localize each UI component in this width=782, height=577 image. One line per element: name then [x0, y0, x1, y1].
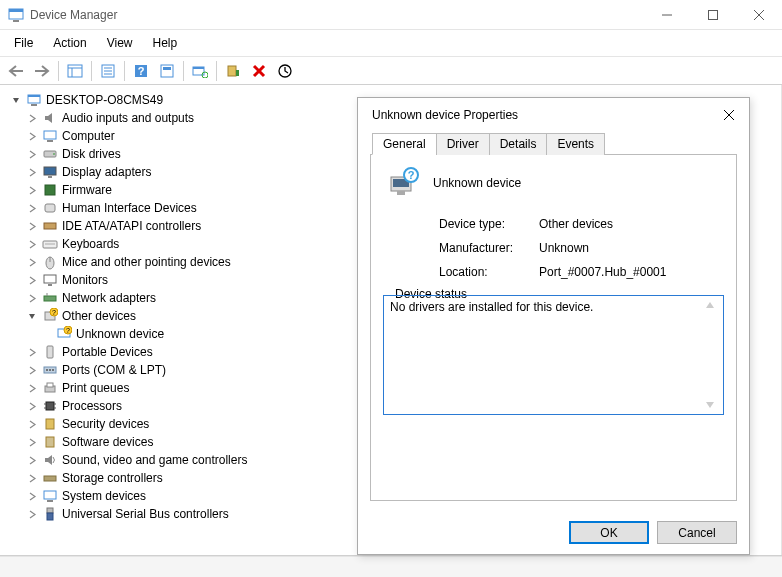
tree-category-label: Monitors [62, 273, 108, 287]
chevron-right-icon[interactable] [26, 292, 38, 304]
status-scrollbar[interactable] [704, 300, 720, 410]
chevron-right-icon[interactable] [26, 274, 38, 286]
location-label: Location: [439, 265, 539, 279]
svg-rect-75 [397, 191, 405, 195]
category-icon: ? [42, 308, 58, 324]
scroll-up-icon [704, 300, 716, 310]
svg-rect-28 [31, 104, 37, 106]
chevron-right-icon[interactable] [26, 256, 38, 268]
category-icon [42, 236, 58, 252]
chevron-down-icon[interactable] [26, 310, 38, 322]
disable-button[interactable] [273, 60, 297, 82]
chevron-right-icon[interactable] [26, 418, 38, 430]
unknown-device-icon: ? [56, 326, 72, 342]
device-name: Unknown device [433, 176, 521, 190]
svg-rect-16 [161, 65, 173, 77]
tree-category-label: Processors [62, 399, 122, 413]
chevron-right-icon[interactable] [26, 436, 38, 448]
menu-action[interactable]: Action [45, 34, 94, 52]
forward-button[interactable] [30, 60, 54, 82]
tree-category-label: Print queues [62, 381, 129, 395]
app-icon [8, 7, 24, 23]
tree-category-label: Keyboards [62, 237, 119, 251]
ok-button[interactable]: OK [569, 521, 649, 544]
chevron-right-icon[interactable] [26, 148, 38, 160]
device-status-box[interactable]: No drivers are installed for this device… [383, 295, 724, 415]
dialog-close-button[interactable] [719, 105, 739, 125]
properties-dialog: Unknown device Properties General Driver… [357, 97, 750, 555]
chevron-right-icon[interactable] [26, 184, 38, 196]
tree-category-label: Human Interface Devices [62, 201, 197, 215]
tree-category-label: Storage controllers [62, 471, 163, 485]
tab-driver[interactable]: Driver [436, 133, 490, 155]
location-value: Port_#0007.Hub_#0001 [539, 265, 666, 279]
chevron-right-icon[interactable] [26, 454, 38, 466]
tree-root-label: DESKTOP-O8CMS49 [46, 93, 163, 107]
svg-rect-1 [9, 9, 23, 12]
svg-rect-36 [45, 204, 55, 212]
category-icon [42, 110, 58, 126]
svg-rect-30 [47, 140, 53, 142]
tab-general[interactable]: General [372, 133, 437, 155]
svg-rect-64 [46, 419, 54, 429]
tab-details[interactable]: Details [489, 133, 548, 155]
chevron-down-icon[interactable] [10, 94, 22, 106]
menu-view[interactable]: View [99, 34, 141, 52]
help-button[interactable]: ? [129, 60, 153, 82]
uninstall-button[interactable] [247, 60, 271, 82]
menu-help[interactable]: Help [145, 34, 186, 52]
chevron-right-icon[interactable] [26, 166, 38, 178]
tab-panel-general: ? Unknown device Device type: Other devi… [370, 155, 737, 501]
device-type-value: Other devices [539, 217, 613, 231]
category-icon [42, 380, 58, 396]
chevron-right-icon[interactable] [26, 220, 38, 232]
chevron-right-icon[interactable] [26, 130, 38, 142]
category-icon [42, 218, 58, 234]
chevron-right-icon[interactable] [26, 508, 38, 520]
category-icon [42, 344, 58, 360]
chevron-right-icon[interactable] [26, 382, 38, 394]
minimize-button[interactable] [644, 0, 690, 30]
scan-hardware-button[interactable] [188, 60, 212, 82]
tab-events[interactable]: Events [546, 133, 605, 155]
update-driver-button[interactable] [221, 60, 245, 82]
window-title: Device Manager [30, 8, 117, 22]
action1-button[interactable] [155, 60, 179, 82]
menu-file[interactable]: File [6, 34, 41, 52]
svg-rect-2 [13, 20, 19, 22]
svg-rect-43 [48, 284, 52, 286]
svg-rect-17 [163, 67, 171, 70]
tree-category-label: Network adapters [62, 291, 156, 305]
back-button[interactable] [4, 60, 28, 82]
tree-category-label: Mice and other pointing devices [62, 255, 231, 269]
chevron-right-icon[interactable] [26, 364, 38, 376]
svg-rect-7 [68, 65, 82, 77]
device-status-text: No drivers are installed for this device… [390, 300, 593, 314]
svg-rect-58 [47, 383, 53, 387]
category-icon [42, 506, 58, 522]
category-icon [42, 272, 58, 288]
chevron-right-icon[interactable] [26, 238, 38, 250]
properties-button[interactable] [96, 60, 120, 82]
svg-rect-67 [44, 491, 56, 499]
category-icon [42, 416, 58, 432]
maximize-button[interactable] [690, 0, 736, 30]
show-hide-tree-button[interactable] [63, 60, 87, 82]
chevron-right-icon[interactable] [26, 112, 38, 124]
manufacturer-label: Manufacturer: [439, 241, 539, 255]
cancel-button[interactable]: Cancel [657, 521, 737, 544]
close-button[interactable] [736, 0, 782, 30]
chevron-right-icon[interactable] [26, 400, 38, 412]
svg-rect-22 [236, 70, 239, 76]
chevron-right-icon[interactable] [26, 202, 38, 214]
svg-rect-35 [45, 185, 55, 195]
tree-category-label: Software devices [62, 435, 153, 449]
statusbar [0, 556, 782, 577]
dialog-tabs: General Driver Details Events [370, 132, 737, 155]
svg-rect-33 [44, 167, 56, 175]
category-icon [42, 398, 58, 414]
svg-rect-34 [48, 176, 52, 178]
chevron-right-icon[interactable] [26, 490, 38, 502]
chevron-right-icon[interactable] [26, 346, 38, 358]
chevron-right-icon[interactable] [26, 472, 38, 484]
